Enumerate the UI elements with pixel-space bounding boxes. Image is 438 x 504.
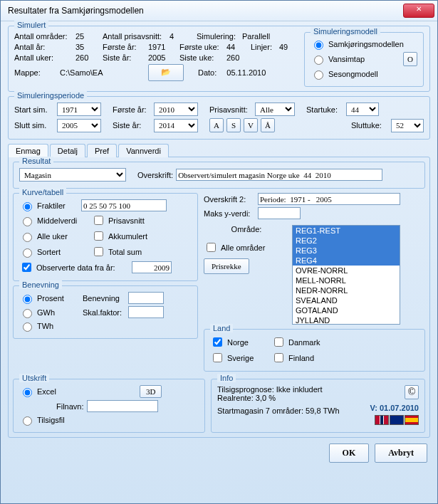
alleuker-radio[interactable] — [23, 233, 32, 242]
fraktiler-label: Fraktiler — [37, 201, 78, 210]
prisavsnitt-check[interactable] — [94, 216, 103, 225]
slutt-sim-label: Slutt sim. — [14, 121, 54, 130]
utskrift-group: Utskrift Excel3D Filnavn: Tilsigsfil — [13, 379, 205, 433]
forste-ar-select[interactable]: 2010 — [154, 103, 198, 116]
fraktiler-input[interactable] — [81, 199, 167, 211]
overskrift2-input[interactable] — [258, 193, 400, 205]
list-item[interactable]: REG1-REST — [293, 226, 400, 236]
startuke-select[interactable]: 44 — [346, 103, 379, 116]
simulert-group: Simulert Antall områder: 25 Antall prisa… — [8, 26, 430, 92]
fraktiler-radio[interactable] — [23, 202, 32, 211]
resultat-select[interactable]: Magasin — [19, 168, 126, 182]
skalfaktor-input[interactable] — [128, 306, 164, 318]
observerte-ar-input[interactable] — [132, 261, 172, 273]
list-item[interactable]: MELL-NORRL — [293, 275, 400, 285]
o-button[interactable]: O — [403, 52, 417, 66]
benevning-group: Benevning ProsentBenevning GWhSkal.fakto… — [13, 285, 198, 339]
samkjoring-radio[interactable] — [314, 41, 323, 50]
maksy-label: Maks y-verdi: — [204, 209, 255, 218]
prisavsnitt-check-label: Prisavsnitt — [108, 216, 145, 225]
observerte-check[interactable] — [22, 263, 31, 272]
forste-ar-value: 1971 — [148, 43, 177, 51]
list-item[interactable]: OVRE-NORRL — [293, 266, 400, 275]
info-line3: Startmagasin 7 områder: 59,8 TWh — [217, 406, 370, 415]
akkumulert-check[interactable] — [94, 231, 103, 241]
alleuker-label: Alle uker — [37, 232, 88, 241]
flag-uk-icon[interactable] — [390, 415, 404, 425]
omrade-listbox[interactable]: REG1-REST REG2 REG3 REG4 OVRE-NORRL MELL… — [292, 225, 400, 325]
danmark-check[interactable] — [274, 337, 283, 347]
flag-es-icon[interactable] — [405, 415, 419, 425]
startuke-label: Startuke: — [306, 105, 343, 114]
forste-uke-label: Første uke: — [179, 43, 224, 51]
gwh-label: GWh — [37, 308, 80, 317]
close-button[interactable]: ✕ — [403, 4, 434, 18]
tab-vannverdi[interactable]: Vannverdi — [118, 144, 169, 157]
observerte-label: Observerte data fra år: — [36, 263, 129, 272]
prosent-radio[interactable] — [23, 295, 32, 304]
vansimtap-label: Vansimtap — [328, 55, 365, 63]
copyright-button[interactable]: © — [405, 385, 419, 399]
simulering-value: Parallell — [242, 32, 270, 41]
prisavsnitt-label: Prisavsnitt: — [209, 105, 252, 114]
list-item[interactable]: JYLLAND — [293, 315, 400, 325]
maksy-input[interactable] — [258, 207, 301, 219]
gwh-radio[interactable] — [23, 309, 32, 318]
filnavn-input[interactable] — [87, 400, 158, 412]
start-sim-select[interactable]: 1971 — [57, 103, 101, 116]
overskrift-input[interactable] — [176, 169, 382, 181]
middelverdi-radio[interactable] — [23, 217, 32, 226]
finland-check[interactable] — [274, 353, 283, 362]
list-item[interactable]: REG4 — [293, 256, 400, 266]
siste-ar-select[interactable]: 2014 — [154, 119, 198, 132]
mappe-label: Mappe: — [14, 68, 57, 77]
tab-bar: Enmag Detalj Pref Vannverdi — [8, 144, 430, 157]
excel-radio[interactable] — [23, 388, 32, 397]
tab-detalj[interactable]: Detalj — [50, 144, 85, 157]
simperiode-legend: Simuleringsperiode — [14, 91, 87, 100]
v-button[interactable]: V — [244, 118, 258, 132]
3d-button[interactable]: 3D — [140, 385, 162, 398]
avbryt-button[interactable]: Avbryt — [375, 443, 427, 463]
vansimtap-radio[interactable] — [314, 56, 323, 65]
s-button[interactable]: S — [226, 118, 241, 132]
flag-no-icon[interactable] — [375, 415, 389, 425]
sluttuke-select[interactable]: 52 — [391, 119, 424, 132]
list-item[interactable]: NEDR-NORRL — [293, 285, 400, 295]
antall-omrader-value: 25 — [75, 32, 100, 41]
resultat-group: Resultat Magasin Overskrift: — [13, 162, 425, 189]
prisrekke-button[interactable]: Prisrekke — [204, 258, 249, 274]
aa-button[interactable]: Å — [261, 118, 275, 132]
linjer-value: 49 — [279, 43, 288, 51]
sesongmodell-radio[interactable] — [314, 70, 323, 80]
tilsigsfil-radio[interactable] — [23, 416, 32, 426]
sverige-check[interactable] — [213, 353, 222, 362]
list-item[interactable]: REG2 — [293, 236, 400, 246]
browse-folder-button[interactable]: 📂 — [148, 64, 184, 81]
totalsum-check[interactable] — [94, 247, 103, 256]
prisavsnitt-select[interactable]: Alle — [255, 103, 295, 116]
norge-check[interactable] — [213, 337, 222, 347]
antall-prisavsnitt-label: Antall prisavsnitt: — [103, 32, 167, 41]
a-button[interactable]: A — [209, 118, 224, 132]
twh-radio[interactable] — [23, 322, 32, 332]
slutt-sim-select[interactable]: 2005 — [57, 119, 101, 132]
kurve-group: Kurve/tabell Fraktiler MiddelverdiPrisav… — [13, 193, 198, 281]
linjer-label: Linjer: — [251, 43, 276, 51]
simulert-legend: Simulert — [14, 21, 48, 29]
prosent-label: Prosent — [37, 294, 80, 303]
antall-uker-value: 260 — [75, 53, 100, 62]
list-item[interactable]: SVEALAND — [293, 295, 400, 305]
simuleringsmodell-group: Simuleringsmodell Samkjøringsmodellen Va… — [304, 32, 424, 87]
forste-uke-value: 44 — [226, 43, 248, 51]
antall-uker-label: Antall uker: — [14, 53, 73, 62]
benevning-input[interactable] — [128, 292, 164, 304]
sortert-radio[interactable] — [23, 248, 32, 258]
finland-label: Finland — [288, 354, 314, 362]
ok-button[interactable]: OK — [329, 443, 370, 463]
tab-pref[interactable]: Pref — [87, 144, 117, 157]
tab-enmag[interactable]: Enmag — [8, 144, 48, 157]
alle-omrader-check[interactable] — [207, 243, 216, 252]
list-item[interactable]: GOTALAND — [293, 305, 400, 315]
list-item[interactable]: REG3 — [293, 246, 400, 256]
